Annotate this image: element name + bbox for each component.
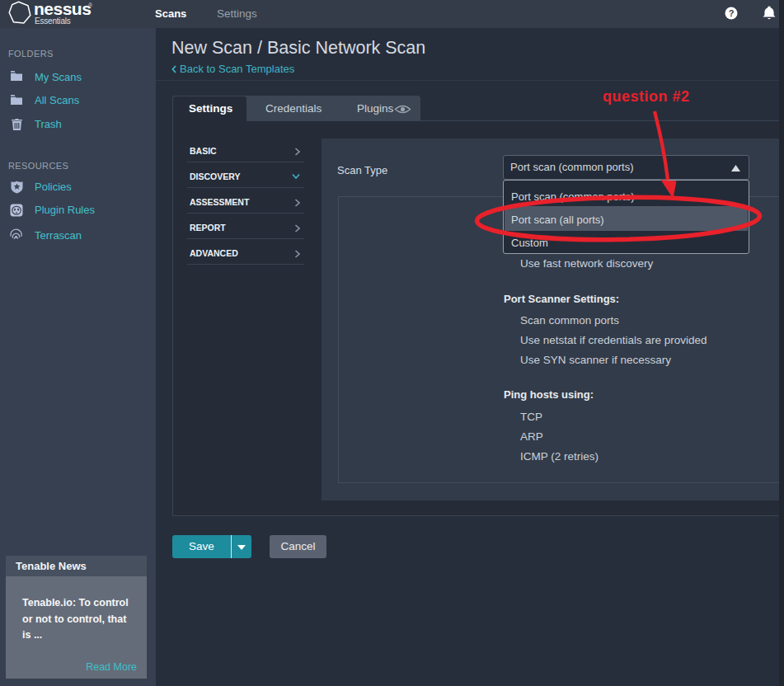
svg-text:?: ? [729,8,735,18]
svg-text:question #2: question #2 [603,88,690,105]
